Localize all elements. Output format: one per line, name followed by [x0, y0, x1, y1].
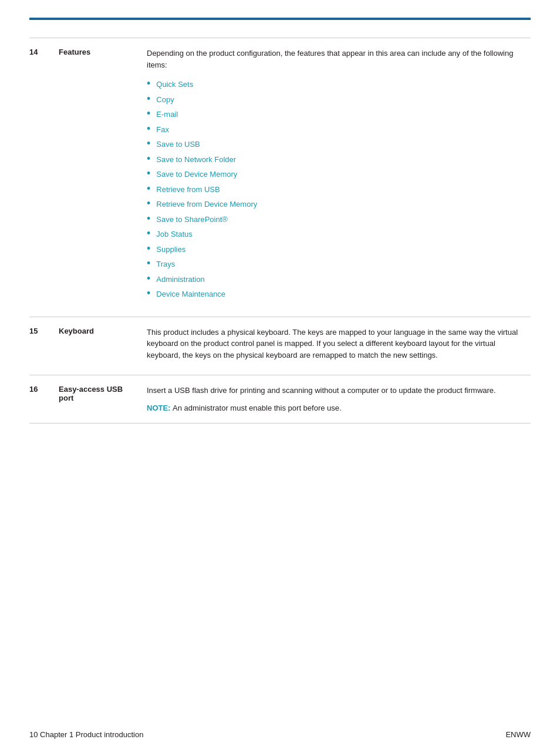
feature-link[interactable]: Retrieve from USB	[156, 184, 220, 196]
list-item: •Administration	[147, 274, 531, 285]
row-label: Keyboard	[53, 317, 147, 375]
row-content: Depending on the product configuration, …	[147, 38, 531, 317]
bullet-icon: •	[147, 258, 150, 268]
bullet-icon: •	[147, 168, 150, 179]
row-description: Insert a USB flash drive for printing an…	[147, 385, 531, 396]
feature-link[interactable]: Trays	[156, 258, 175, 270]
feature-link[interactable]: E-mail	[156, 109, 178, 120]
bullet-icon: •	[147, 78, 150, 89]
table-row: 14FeaturesDepending on the product confi…	[29, 38, 531, 317]
row-content: Insert a USB flash drive for printing an…	[147, 375, 531, 424]
row-content: This product includes a physical keyboar…	[147, 317, 531, 375]
list-item: •Retrieve from Device Memory	[147, 199, 531, 210]
table-row: 16Easy-access USB portInsert a USB flash…	[29, 375, 531, 424]
list-item: •Retrieve from USB	[147, 184, 531, 196]
feature-link[interactable]: Save to Device Memory	[156, 169, 237, 180]
note-block: NOTE: An administrator must enable this …	[147, 402, 531, 414]
list-item: •Job Status	[147, 228, 531, 240]
features-list: •Quick Sets•Copy•E-mail•Fax•Save to USB•…	[147, 75, 531, 307]
bullet-icon: •	[147, 288, 150, 298]
bullet-icon: •	[147, 213, 150, 224]
bullet-icon: •	[147, 138, 150, 149]
feature-link[interactable]: Save to Network Folder	[156, 154, 236, 166]
bullet-icon: •	[147, 243, 150, 254]
row-label: Easy-access USB port	[53, 375, 147, 424]
bullet-icon: •	[147, 93, 150, 104]
feature-link[interactable]: Fax	[156, 124, 169, 136]
bullet-icon: •	[147, 123, 150, 134]
feature-link[interactable]: Supplies	[156, 244, 185, 256]
list-item: •Save to Device Memory	[147, 169, 531, 180]
list-item: •Trays	[147, 258, 531, 270]
list-item: •Save to USB	[147, 139, 531, 150]
list-item: •Copy	[147, 94, 531, 106]
list-item: •Supplies	[147, 244, 531, 256]
bullet-icon: •	[147, 183, 150, 194]
footer-left: 10 Chapter 1 Product introduction	[29, 730, 143, 739]
bullet-icon: •	[147, 228, 150, 238]
row-number: 15	[29, 317, 53, 375]
feature-link[interactable]: Job Status	[156, 228, 192, 240]
bullet-icon: •	[147, 153, 150, 164]
top-border	[29, 18, 531, 20]
bullet-icon: •	[147, 108, 150, 119]
list-item: •Save to SharePoint®	[147, 214, 531, 226]
note-text: An administrator must enable this port b…	[173, 404, 342, 412]
content-table: 14FeaturesDepending on the product confi…	[29, 38, 531, 424]
feature-link[interactable]: Administration	[156, 274, 204, 285]
feature-link[interactable]: Device Maintenance	[156, 288, 225, 300]
list-item: •E-mail	[147, 109, 531, 120]
bullet-icon: •	[147, 273, 150, 284]
feature-link[interactable]: Retrieve from Device Memory	[156, 199, 257, 210]
feature-link[interactable]: Copy	[156, 94, 174, 106]
note-label: NOTE:	[147, 404, 173, 412]
list-item: •Save to Network Folder	[147, 154, 531, 166]
list-item: •Quick Sets	[147, 79, 531, 90]
features-description: Depending on the product configuration, …	[147, 48, 531, 70]
feature-link[interactable]: Save to USB	[156, 139, 200, 150]
row-number: 16	[29, 375, 53, 424]
list-item: •Fax	[147, 124, 531, 136]
feature-link[interactable]: Quick Sets	[156, 79, 193, 90]
page-footer: 10 Chapter 1 Product introduction ENWW	[0, 723, 560, 746]
feature-link[interactable]: Save to SharePoint®	[156, 214, 228, 226]
list-item: •Device Maintenance	[147, 288, 531, 300]
row-number: 14	[29, 38, 53, 317]
bullet-icon: •	[147, 198, 150, 209]
row-description: This product includes a physical keyboar…	[147, 327, 531, 361]
row-label: Features	[53, 38, 147, 317]
footer-right: ENWW	[505, 730, 531, 739]
table-row: 15KeyboardThis product includes a physic…	[29, 317, 531, 375]
